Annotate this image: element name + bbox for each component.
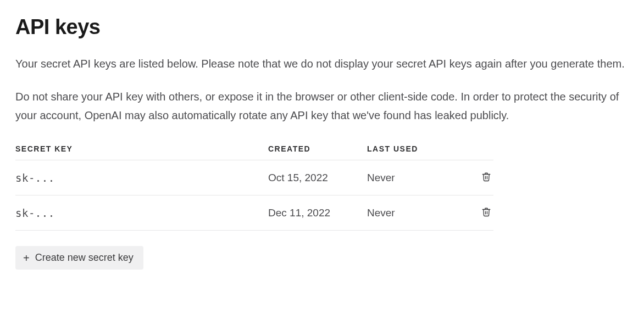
last-used-value: Never [367, 195, 460, 231]
intro-paragraph-2: Do not share your API key with others, o… [15, 87, 625, 125]
trash-icon [481, 171, 491, 184]
plus-icon: + [23, 253, 30, 264]
created-value: Oct 15, 2022 [268, 160, 367, 195]
secret-key-value: sk-... [15, 160, 268, 195]
column-header-last-used: LAST USED [367, 139, 460, 160]
delete-key-button[interactable] [479, 204, 493, 221]
column-header-secret-key: SECRET KEY [15, 139, 268, 160]
table-row: sk-... Dec 11, 2022 Never [15, 195, 493, 231]
column-header-created: CREATED [268, 139, 367, 160]
trash-icon [481, 206, 491, 219]
created-value: Dec 11, 2022 [268, 195, 367, 231]
table-row: sk-... Oct 15, 2022 Never [15, 160, 493, 195]
create-button-label: Create new secret key [35, 252, 134, 264]
last-used-value: Never [367, 160, 460, 195]
delete-key-button[interactable] [479, 169, 493, 186]
api-keys-table: SECRET KEY CREATED LAST USED sk-... Oct … [15, 139, 493, 231]
column-header-actions [460, 139, 493, 160]
secret-key-value: sk-... [15, 195, 268, 231]
page-title: API keys [15, 15, 629, 39]
intro-paragraph-1: Your secret API keys are listed below. P… [15, 54, 625, 73]
create-new-secret-key-button[interactable]: + Create new secret key [15, 246, 143, 270]
